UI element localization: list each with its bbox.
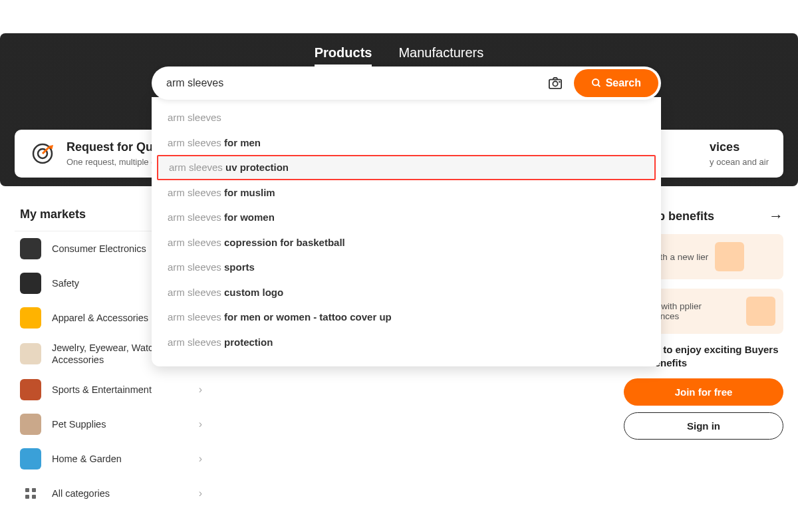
rfq-subtitle: One request, multiple q — [66, 157, 160, 167]
category-label: All categories — [52, 487, 188, 499]
chevron-right-icon: › — [199, 384, 202, 396]
category-item[interactable]: All categories› — [15, 476, 207, 511]
suggestion-item[interactable]: arm sleeves protection — [152, 330, 661, 355]
category-item[interactable]: Sports & Entertainment› — [15, 372, 207, 407]
category-label: Pet Supplies — [52, 418, 188, 430]
join-for-free-button[interactable]: Join for free — [624, 378, 783, 406]
suggestion-item[interactable]: arm sleeves for muslim — [152, 180, 661, 205]
category-icon — [20, 448, 41, 469]
coupon-icon — [715, 242, 744, 271]
search-type-tabs: Products Manufacturers — [0, 33, 798, 66]
tab-manufacturers[interactable]: Manufacturers — [398, 45, 483, 66]
camera-icon — [548, 76, 563, 90]
category-icon — [20, 414, 41, 435]
search-bar: Search — [152, 66, 661, 100]
category-item[interactable]: Pet Supplies› — [15, 407, 207, 442]
suggestion-item[interactable]: arm sleeves for men or women - tattoo co… — [152, 305, 661, 330]
chevron-right-icon: › — [199, 487, 202, 499]
search-button[interactable]: Search — [574, 69, 658, 97]
svg-point-3 — [593, 79, 598, 85]
search-button-label: Search — [606, 77, 641, 89]
category-icon — [20, 483, 41, 504]
category-item[interactable]: Home & Garden› — [15, 442, 207, 476]
arrow-right-icon[interactable]: → — [769, 207, 783, 225]
search-suggestions-dropdown: arm sleevesarm sleeves for menarm sleeve… — [152, 97, 661, 366]
category-label: Sports & Entertainment — [52, 384, 188, 396]
target-icon — [29, 140, 56, 167]
rfq-title: Request for Quo — [66, 140, 160, 154]
clipboard-icon — [746, 297, 775, 326]
category-icon — [20, 343, 41, 364]
suggestion-item[interactable]: arm sleeves — [152, 105, 661, 130]
chevron-right-icon: › — [199, 453, 202, 465]
chevron-right-icon: › — [199, 418, 202, 430]
suggestion-item[interactable]: arm sleeves custom logo — [152, 280, 661, 305]
suggestion-item[interactable]: arm sleeves uv protection — [157, 155, 656, 180]
services-subtitle: y ocean and air — [710, 157, 769, 167]
search-input[interactable] — [166, 69, 537, 97]
sign-in-button[interactable]: Sign in — [624, 412, 783, 440]
svg-rect-7 — [25, 488, 29, 492]
svg-line-4 — [598, 84, 600, 86]
search-icon — [591, 78, 602, 88]
services-title: vices — [710, 140, 769, 154]
suggestion-item[interactable]: arm sleeves copression for basketball — [152, 230, 661, 255]
suggestion-item[interactable]: arm sleeves for women — [152, 205, 661, 230]
category-icon — [20, 307, 41, 329]
suggestion-item[interactable]: arm sleeves sports — [152, 255, 661, 280]
svg-point-2 — [559, 82, 560, 82]
svg-rect-10 — [32, 495, 36, 499]
tab-products[interactable]: Products — [315, 45, 372, 66]
category-icon — [20, 379, 41, 400]
image-search-button[interactable] — [546, 74, 565, 92]
suggestion-item[interactable]: arm sleeves for men — [152, 130, 661, 156]
category-icon — [20, 238, 41, 259]
svg-point-1 — [553, 81, 557, 86]
category-label: Home & Garden — [52, 453, 188, 465]
category-icon — [20, 273, 41, 294]
svg-rect-9 — [25, 495, 29, 499]
svg-rect-8 — [32, 488, 36, 492]
